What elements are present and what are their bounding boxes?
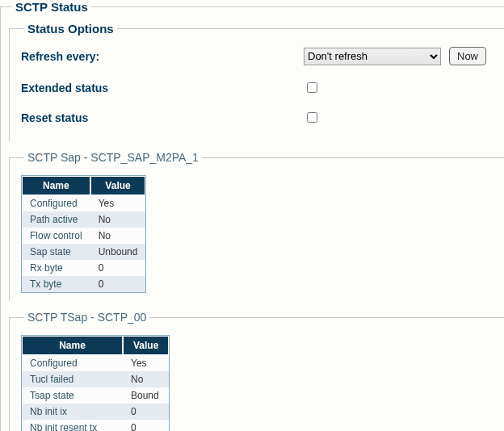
cell-name: Configured: [22, 355, 123, 371]
cell-value: Yes: [123, 355, 169, 371]
sctp-tsap-group: SCTP TSap - SCTP_00 Name Value Configure…: [9, 311, 504, 431]
sctp-tsap-legend: SCTP TSap - SCTP_00: [24, 311, 149, 324]
cell-name: Nb init ix: [22, 404, 123, 420]
cell-value: No: [90, 211, 146, 228]
extended-label: Extended status: [21, 82, 304, 94]
cell-name: Rx byte: [22, 260, 90, 276]
table-row: Flow control No: [22, 228, 145, 244]
sctp-status-panel: SCTP Status Status Options Refresh every…: [0, 0, 504, 431]
table-row: Tsap state Bound: [22, 387, 169, 404]
panel-title: SCTP Status: [12, 0, 91, 14]
reset-row: Reset status: [21, 110, 496, 125]
cell-value: Bound: [123, 387, 169, 404]
cell-name: Tsap state: [22, 387, 123, 404]
cell-value: No: [123, 371, 169, 387]
cell-value: 0: [90, 276, 146, 292]
extended-checkbox[interactable]: [307, 82, 317, 93]
table-row: Nb init ix 0: [22, 404, 169, 420]
tsap-col-name: Name: [22, 336, 123, 355]
extended-row: Extended status: [21, 80, 496, 95]
cell-name: Configured: [22, 195, 90, 211]
tsap-col-value: Value: [123, 336, 169, 355]
cell-value: 0: [90, 260, 146, 276]
cell-name: Flow control: [22, 228, 90, 244]
tsap-table: Name Value Configured Yes Tucl failed No…: [21, 335, 170, 431]
table-row: Configured Yes: [22, 355, 169, 371]
sap-col-name: Name: [22, 176, 90, 195]
cell-name: Sap state: [22, 244, 90, 260]
sctp-sap-group: SCTP Sap - SCTP_SAP_M2PA_1 Name Value Co…: [9, 151, 504, 301]
cell-value: 0: [123, 404, 169, 420]
sap-table: Name Value Configured Yes Path active No…: [21, 175, 146, 293]
table-row: Configured Yes: [22, 195, 145, 211]
sctp-sap-legend: SCTP Sap - SCTP_SAP_M2PA_1: [24, 151, 202, 164]
cell-value: Yes: [90, 195, 146, 211]
cell-name: Tx byte: [22, 276, 90, 292]
now-button[interactable]: Now: [449, 47, 486, 65]
status-options-group: Status Options Refresh every: Don't refr…: [9, 22, 504, 141]
cell-name: Nb init resent tx: [22, 420, 123, 431]
sap-col-value: Value: [90, 176, 146, 195]
table-row: Tucl failed No: [22, 371, 169, 387]
reset-label: Reset status: [21, 111, 304, 124]
reset-checkbox[interactable]: [307, 112, 317, 123]
table-row: Nb init resent tx 0: [22, 420, 169, 431]
refresh-label: Refresh every:: [21, 50, 304, 63]
refresh-select[interactable]: Don't refresh: [304, 48, 441, 65]
cell-value: 0: [123, 420, 169, 431]
table-row: Sap state Unbound: [22, 244, 145, 260]
table-row: Tx byte 0: [22, 276, 145, 292]
table-row: Rx byte 0: [22, 260, 145, 276]
table-row: Path active No: [22, 211, 145, 228]
refresh-row: Refresh every: Don't refresh Now: [21, 47, 496, 65]
cell-name: Path active: [22, 211, 90, 228]
cell-value: No: [90, 228, 146, 244]
status-options-legend: Status Options: [24, 22, 117, 36]
cell-name: Tucl failed: [22, 371, 123, 387]
cell-value: Unbound: [90, 244, 146, 260]
